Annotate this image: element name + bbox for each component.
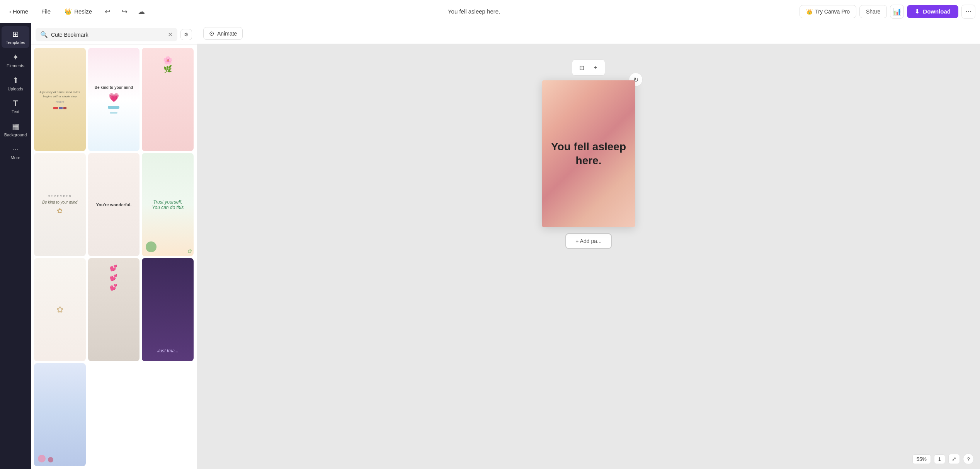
- canvas-area: ⊙ Animate ⊡ + ↻: [197, 23, 980, 469]
- more-options-button[interactable]: ···: [961, 5, 975, 19]
- search-input[interactable]: [51, 32, 165, 38]
- template-grid: A journey of a thousand miles begins wit…: [31, 45, 197, 469]
- crown-icon: 👑: [65, 8, 72, 15]
- download-button[interactable]: ⬇ Download: [907, 5, 958, 18]
- canvas-content: ⊡ + ↻ You fell asleep here.: [542, 59, 635, 249]
- add-page-button[interactable]: + Add pa...: [565, 233, 611, 249]
- sidebar-item-label: More: [10, 155, 20, 160]
- filter-button[interactable]: ⚙: [180, 29, 192, 40]
- sidebar-item-label: Elements: [7, 63, 24, 68]
- sidebar-item-elements[interactable]: ✦ Elements: [2, 49, 29, 71]
- canvas-scroll[interactable]: ⊡ + ↻ You fell asleep here.: [197, 44, 980, 469]
- template-preview-text: You're wonderful.: [88, 153, 140, 256]
- add-element-button[interactable]: +: [589, 61, 602, 74]
- plus-icon: +: [594, 64, 597, 71]
- elements-icon: ✦: [12, 53, 19, 62]
- share-button[interactable]: Share: [859, 5, 887, 18]
- search-icon: 🔍: [40, 31, 48, 38]
- resize-label: Resize: [74, 8, 92, 15]
- home-label: Home: [13, 8, 28, 15]
- template-card[interactable]: REMEMBER Be kind to your mind ✿: [34, 153, 86, 256]
- page-indicator: 1: [934, 454, 945, 464]
- animate-button[interactable]: ⊙ Animate: [203, 27, 243, 40]
- file-button[interactable]: File: [36, 6, 56, 17]
- bookmark-wrapper: ↻ You fell asleep here.: [542, 80, 635, 227]
- help-button[interactable]: ?: [963, 454, 974, 464]
- clear-search-button[interactable]: ✕: [168, 31, 173, 38]
- analytics-button[interactable]: 📊: [890, 5, 904, 19]
- sidebar-item-templates[interactable]: ⊞ Templates: [2, 26, 29, 48]
- chevron-left-icon: ‹: [9, 8, 11, 15]
- try-pro-button[interactable]: 👑 Try Canva Pro: [800, 5, 856, 18]
- template-preview-text: Trust yourself. You can do this ✿: [142, 153, 194, 256]
- templates-icon: ⊞: [12, 29, 19, 39]
- document-title: You fell asleep here.: [151, 8, 796, 15]
- template-preview-text: A journey of a thousand miles begins wit…: [34, 48, 86, 151]
- uploads-icon: ⬆: [12, 76, 19, 85]
- undo-button[interactable]: ↩: [100, 5, 114, 19]
- template-card[interactable]: A journey of a thousand miles begins wit…: [34, 48, 86, 151]
- sidebar-item-label: Background: [4, 133, 27, 137]
- image-icon: ⊡: [579, 64, 584, 71]
- template-card[interactable]: ✿: [34, 258, 86, 361]
- navbar: ‹ Home File 👑 Resize ↩ ↪ ☁ You fell asle…: [0, 0, 980, 23]
- resize-button[interactable]: 👑 Resize: [59, 6, 97, 17]
- image-replace-button[interactable]: ⊡: [575, 61, 588, 74]
- fullscreen-button[interactable]: ⤢: [948, 454, 960, 464]
- sidebar-item-background[interactable]: ▦ Background: [2, 119, 29, 140]
- template-card[interactable]: 🌸 🌿: [142, 48, 194, 151]
- animate-icon: ⊙: [209, 30, 214, 37]
- sidebar-item-more[interactable]: ··· More: [2, 142, 29, 163]
- try-pro-label: Try Canva Pro: [815, 8, 850, 15]
- download-icon: ⬇: [915, 8, 920, 15]
- sidebar-item-label: Uploads: [8, 87, 23, 91]
- redo-button[interactable]: ↪: [117, 5, 131, 19]
- bookmark-text: You fell asleep here.: [542, 80, 635, 227]
- home-button[interactable]: ‹ Home: [5, 6, 33, 17]
- template-card[interactable]: You're wonderful.: [88, 153, 140, 256]
- sidebar-item-uploads[interactable]: ⬆ Uploads: [2, 73, 29, 94]
- nav-right: 👑 Try Canva Pro Share 📊 ⬇ Download ···: [800, 5, 975, 19]
- canvas-floating-toolbar: ⊡ +: [572, 59, 605, 76]
- sidebar-item-label: Templates: [6, 40, 25, 45]
- download-label: Download: [923, 8, 951, 15]
- template-card[interactable]: Be kind to your mind 💗: [88, 48, 140, 151]
- sidebar-item-text[interactable]: T Text: [2, 96, 29, 117]
- sidebar-item-label: Text: [12, 109, 19, 114]
- template-card[interactable]: Trust yourself. You can do this ✿: [142, 153, 194, 256]
- filter-icon: ⚙: [184, 32, 189, 37]
- animate-label: Animate: [217, 31, 237, 37]
- search-bar: 🔍 ✕ ⚙: [31, 23, 197, 45]
- crown-icon: 👑: [806, 8, 813, 15]
- more-icon: ···: [12, 145, 19, 154]
- icon-sidebar: ⊞ Templates ✦ Elements ⬆ Uploads T Text …: [0, 23, 31, 469]
- bookmark-canvas[interactable]: You fell asleep here.: [542, 80, 635, 227]
- expand-icon: ⤢: [952, 456, 956, 462]
- status-bar: 55% 1 ⤢ ?: [912, 454, 974, 464]
- chart-icon: 📊: [893, 7, 901, 16]
- template-card[interactable]: 💕 💕 💕: [88, 258, 140, 361]
- template-card[interactable]: [34, 363, 86, 466]
- template-card[interactable]: Just Ima...: [142, 258, 194, 361]
- question-icon: ?: [967, 456, 970, 462]
- templates-panel: 🔍 ✕ ⚙ A journey of a thousand miles begi…: [31, 23, 197, 469]
- ellipsis-icon: ···: [965, 7, 971, 15]
- main-layout: ⊞ Templates ✦ Elements ⬆ Uploads T Text …: [0, 23, 980, 469]
- canvas-toolbar: ⊙ Animate: [197, 23, 980, 44]
- background-icon: ▦: [12, 122, 19, 131]
- text-icon: T: [13, 99, 18, 108]
- search-input-wrap: 🔍 ✕: [36, 28, 177, 41]
- zoom-level: 55%: [912, 454, 931, 464]
- cloud-save-button[interactable]: ☁: [134, 5, 148, 19]
